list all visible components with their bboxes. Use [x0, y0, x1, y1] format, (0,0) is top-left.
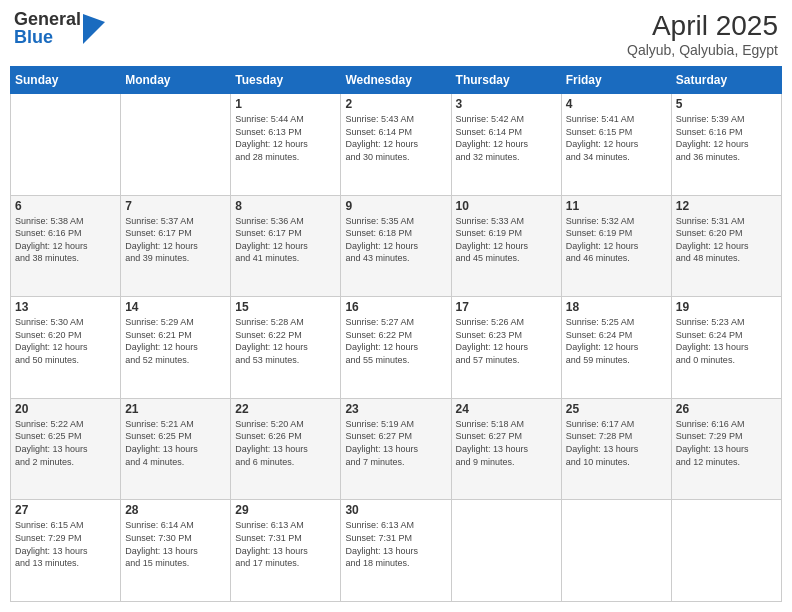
day-info: Sunrise: 6:14 AM Sunset: 7:30 PM Dayligh…: [125, 519, 226, 569]
logo: General Blue: [14, 10, 103, 46]
day-info: Sunrise: 6:13 AM Sunset: 7:31 PM Dayligh…: [345, 519, 446, 569]
calendar-cell: 6Sunrise: 5:38 AM Sunset: 6:16 PM Daylig…: [11, 195, 121, 297]
calendar-cell: 3Sunrise: 5:42 AM Sunset: 6:14 PM Daylig…: [451, 94, 561, 196]
calendar-cell: 5Sunrise: 5:39 AM Sunset: 6:16 PM Daylig…: [671, 94, 781, 196]
day-info: Sunrise: 5:18 AM Sunset: 6:27 PM Dayligh…: [456, 418, 557, 468]
day-info: Sunrise: 5:43 AM Sunset: 6:14 PM Dayligh…: [345, 113, 446, 163]
calendar-cell: [561, 500, 671, 602]
day-number: 6: [15, 199, 116, 213]
calendar-cell: [121, 94, 231, 196]
day-number: 29: [235, 503, 336, 517]
calendar-cell: [671, 500, 781, 602]
weekday-header-tuesday: Tuesday: [231, 67, 341, 94]
day-info: Sunrise: 6:15 AM Sunset: 7:29 PM Dayligh…: [15, 519, 116, 569]
calendar-cell: [11, 94, 121, 196]
day-info: Sunrise: 5:31 AM Sunset: 6:20 PM Dayligh…: [676, 215, 777, 265]
day-info: Sunrise: 5:21 AM Sunset: 6:25 PM Dayligh…: [125, 418, 226, 468]
day-number: 18: [566, 300, 667, 314]
calendar-week-4: 20Sunrise: 5:22 AM Sunset: 6:25 PM Dayli…: [11, 398, 782, 500]
calendar-cell: 19Sunrise: 5:23 AM Sunset: 6:24 PM Dayli…: [671, 297, 781, 399]
calendar-week-1: 1Sunrise: 5:44 AM Sunset: 6:13 PM Daylig…: [11, 94, 782, 196]
weekday-header-sunday: Sunday: [11, 67, 121, 94]
day-info: Sunrise: 5:29 AM Sunset: 6:21 PM Dayligh…: [125, 316, 226, 366]
calendar-cell: 7Sunrise: 5:37 AM Sunset: 6:17 PM Daylig…: [121, 195, 231, 297]
calendar-cell: 8Sunrise: 5:36 AM Sunset: 6:17 PM Daylig…: [231, 195, 341, 297]
day-number: 17: [456, 300, 557, 314]
calendar-cell: 22Sunrise: 5:20 AM Sunset: 6:26 PM Dayli…: [231, 398, 341, 500]
calendar-cell: 16Sunrise: 5:27 AM Sunset: 6:22 PM Dayli…: [341, 297, 451, 399]
day-info: Sunrise: 5:26 AM Sunset: 6:23 PM Dayligh…: [456, 316, 557, 366]
day-info: Sunrise: 5:37 AM Sunset: 6:17 PM Dayligh…: [125, 215, 226, 265]
day-info: Sunrise: 5:44 AM Sunset: 6:13 PM Dayligh…: [235, 113, 336, 163]
logo-general: General: [14, 10, 81, 28]
calendar-subtitle: Qalyub, Qalyubia, Egypt: [627, 42, 778, 58]
calendar-cell: 11Sunrise: 5:32 AM Sunset: 6:19 PM Dayli…: [561, 195, 671, 297]
day-number: 21: [125, 402, 226, 416]
day-number: 22: [235, 402, 336, 416]
page: General Blue April 2025 Qalyub, Qalyubia…: [0, 0, 792, 612]
weekday-header-saturday: Saturday: [671, 67, 781, 94]
day-info: Sunrise: 5:28 AM Sunset: 6:22 PM Dayligh…: [235, 316, 336, 366]
day-info: Sunrise: 6:16 AM Sunset: 7:29 PM Dayligh…: [676, 418, 777, 468]
calendar-body: 1Sunrise: 5:44 AM Sunset: 6:13 PM Daylig…: [11, 94, 782, 602]
title-block: April 2025 Qalyub, Qalyubia, Egypt: [627, 10, 778, 58]
day-info: Sunrise: 5:25 AM Sunset: 6:24 PM Dayligh…: [566, 316, 667, 366]
svg-marker-0: [83, 14, 105, 44]
day-info: Sunrise: 5:42 AM Sunset: 6:14 PM Dayligh…: [456, 113, 557, 163]
calendar-cell: 15Sunrise: 5:28 AM Sunset: 6:22 PM Dayli…: [231, 297, 341, 399]
day-info: Sunrise: 5:41 AM Sunset: 6:15 PM Dayligh…: [566, 113, 667, 163]
calendar-cell: 18Sunrise: 5:25 AM Sunset: 6:24 PM Dayli…: [561, 297, 671, 399]
calendar-table: SundayMondayTuesdayWednesdayThursdayFrid…: [10, 66, 782, 602]
day-info: Sunrise: 5:22 AM Sunset: 6:25 PM Dayligh…: [15, 418, 116, 468]
day-number: 5: [676, 97, 777, 111]
day-info: Sunrise: 5:23 AM Sunset: 6:24 PM Dayligh…: [676, 316, 777, 366]
weekday-header-thursday: Thursday: [451, 67, 561, 94]
day-number: 8: [235, 199, 336, 213]
day-info: Sunrise: 5:19 AM Sunset: 6:27 PM Dayligh…: [345, 418, 446, 468]
calendar-cell: 28Sunrise: 6:14 AM Sunset: 7:30 PM Dayli…: [121, 500, 231, 602]
day-number: 23: [345, 402, 446, 416]
calendar-cell: 2Sunrise: 5:43 AM Sunset: 6:14 PM Daylig…: [341, 94, 451, 196]
day-number: 7: [125, 199, 226, 213]
day-number: 16: [345, 300, 446, 314]
day-number: 2: [345, 97, 446, 111]
header: General Blue April 2025 Qalyub, Qalyubia…: [10, 10, 782, 58]
calendar-cell: 23Sunrise: 5:19 AM Sunset: 6:27 PM Dayli…: [341, 398, 451, 500]
calendar-week-5: 27Sunrise: 6:15 AM Sunset: 7:29 PM Dayli…: [11, 500, 782, 602]
calendar-cell: 17Sunrise: 5:26 AM Sunset: 6:23 PM Dayli…: [451, 297, 561, 399]
calendar-cell: 24Sunrise: 5:18 AM Sunset: 6:27 PM Dayli…: [451, 398, 561, 500]
day-number: 24: [456, 402, 557, 416]
day-number: 20: [15, 402, 116, 416]
day-info: Sunrise: 5:30 AM Sunset: 6:20 PM Dayligh…: [15, 316, 116, 366]
calendar-week-3: 13Sunrise: 5:30 AM Sunset: 6:20 PM Dayli…: [11, 297, 782, 399]
day-number: 1: [235, 97, 336, 111]
calendar-cell: 13Sunrise: 5:30 AM Sunset: 6:20 PM Dayli…: [11, 297, 121, 399]
weekday-header-monday: Monday: [121, 67, 231, 94]
logo-blue: Blue: [14, 28, 81, 46]
day-info: Sunrise: 5:27 AM Sunset: 6:22 PM Dayligh…: [345, 316, 446, 366]
day-number: 30: [345, 503, 446, 517]
day-number: 10: [456, 199, 557, 213]
day-number: 3: [456, 97, 557, 111]
weekday-header-friday: Friday: [561, 67, 671, 94]
calendar-title: April 2025: [627, 10, 778, 42]
day-number: 4: [566, 97, 667, 111]
day-number: 11: [566, 199, 667, 213]
calendar-cell: 20Sunrise: 5:22 AM Sunset: 6:25 PM Dayli…: [11, 398, 121, 500]
calendar-cell: 10Sunrise: 5:33 AM Sunset: 6:19 PM Dayli…: [451, 195, 561, 297]
day-info: Sunrise: 6:13 AM Sunset: 7:31 PM Dayligh…: [235, 519, 336, 569]
day-number: 26: [676, 402, 777, 416]
day-number: 9: [345, 199, 446, 213]
day-number: 14: [125, 300, 226, 314]
calendar-cell: 1Sunrise: 5:44 AM Sunset: 6:13 PM Daylig…: [231, 94, 341, 196]
calendar-header: SundayMondayTuesdayWednesdayThursdayFrid…: [11, 67, 782, 94]
calendar-cell: 30Sunrise: 6:13 AM Sunset: 7:31 PM Dayli…: [341, 500, 451, 602]
calendar-cell: 29Sunrise: 6:13 AM Sunset: 7:31 PM Dayli…: [231, 500, 341, 602]
day-info: Sunrise: 5:35 AM Sunset: 6:18 PM Dayligh…: [345, 215, 446, 265]
day-info: Sunrise: 6:17 AM Sunset: 7:28 PM Dayligh…: [566, 418, 667, 468]
calendar-week-2: 6Sunrise: 5:38 AM Sunset: 6:16 PM Daylig…: [11, 195, 782, 297]
calendar-cell: 12Sunrise: 5:31 AM Sunset: 6:20 PM Dayli…: [671, 195, 781, 297]
calendar-cell: 27Sunrise: 6:15 AM Sunset: 7:29 PM Dayli…: [11, 500, 121, 602]
calendar-cell: 9Sunrise: 5:35 AM Sunset: 6:18 PM Daylig…: [341, 195, 451, 297]
day-number: 12: [676, 199, 777, 213]
